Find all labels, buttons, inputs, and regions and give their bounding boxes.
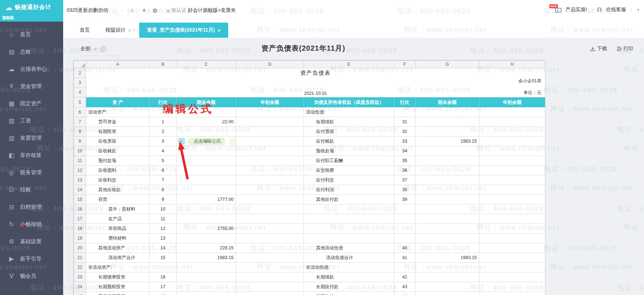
asset-end-balance-cell[interactable] xyxy=(177,166,236,175)
liability-name-cell[interactable] xyxy=(304,234,394,243)
asset-end-balance-cell[interactable] xyxy=(177,263,236,272)
asset-line-cell[interactable]: 8 xyxy=(150,185,177,195)
tab-首页[interactable]: 首页 xyxy=(72,23,98,38)
row-header-13[interactable]: 13 xyxy=(74,175,86,185)
asset-begin-balance-cell[interactable] xyxy=(236,263,304,272)
asset-begin-balance-cell[interactable] xyxy=(236,253,304,263)
asset-begin-balance-cell[interactable] xyxy=(236,127,304,137)
liability-name-cell[interactable]: 应付账款 xyxy=(304,137,394,146)
asset-name-cell[interactable]: 其中：原材料 xyxy=(86,204,150,214)
row-header-17[interactable]: 17 xyxy=(74,214,86,224)
asset-end-balance-cell[interactable] xyxy=(177,282,236,292)
liability-line-cell[interactable]: 41 xyxy=(394,253,415,263)
close-icon[interactable]: × xyxy=(128,28,131,33)
liability-name-cell[interactable]: 应付职工薪酬 xyxy=(304,156,394,166)
asset-name-cell[interactable]: 应收票据 xyxy=(86,137,150,146)
sidebar-item-member[interactable]: Ⅴ畅会员 xyxy=(0,267,63,285)
liability-end-balance-cell[interactable]: 1983.15 xyxy=(415,137,479,146)
liability-line-cell[interactable]: 35 xyxy=(394,156,415,166)
liability-end-balance-cell[interactable] xyxy=(415,127,479,137)
asset-line-cell[interactable]: 7 xyxy=(150,175,177,185)
asset-end-balance-cell[interactable] xyxy=(177,214,236,224)
asset-begin-balance-cell[interactable] xyxy=(236,195,304,204)
edit-formula-icon[interactable]: ✎ xyxy=(179,138,184,144)
liability-line-cell[interactable]: 38 xyxy=(394,185,415,195)
asset-begin-balance-cell[interactable] xyxy=(236,204,304,214)
asset-line-cell[interactable]: 15 xyxy=(150,253,177,263)
asset-begin-balance-cell[interactable] xyxy=(236,214,304,224)
liability-line-cell[interactable] xyxy=(394,263,415,272)
liability-begin-balance-cell[interactable] xyxy=(479,166,545,175)
liability-line-cell[interactable] xyxy=(394,224,415,234)
liability-begin-balance-cell[interactable] xyxy=(479,224,545,234)
asset-line-cell[interactable]: 16 xyxy=(150,272,177,282)
liability-begin-balance-cell[interactable] xyxy=(479,185,545,195)
liability-line-cell[interactable]: 36 xyxy=(394,166,415,175)
liability-name-cell[interactable]: 应付利润 xyxy=(304,185,394,195)
asset-begin-balance-cell[interactable] xyxy=(236,137,304,146)
column-header-A[interactable]: A xyxy=(86,61,150,68)
asset-end-balance-cell[interactable]: 1777.00 xyxy=(177,195,236,204)
liability-name-cell[interactable]: 非流动负债: xyxy=(304,263,394,272)
row-header-11[interactable]: 11 xyxy=(74,156,86,166)
liability-line-cell[interactable]: 31 xyxy=(394,117,415,127)
column-header-F[interactable]: F xyxy=(394,61,415,68)
liability-line-cell[interactable]: 37 xyxy=(394,175,415,185)
asset-line-cell[interactable]: 6 xyxy=(150,166,177,175)
asset-line-cell[interactable]: 9 xyxy=(150,195,177,204)
asset-name-cell[interactable]: 其他应收款 xyxy=(86,185,150,195)
liability-begin-balance-cell[interactable] xyxy=(479,156,545,166)
asset-end-balance-cell[interactable] xyxy=(177,204,236,214)
row-header-22[interactable]: 22 xyxy=(74,263,86,272)
row-header-21[interactable]: 21 xyxy=(74,253,86,263)
asset-end-balance-cell[interactable] xyxy=(177,185,236,195)
asset-line-cell[interactable]: 12 xyxy=(150,224,177,234)
column-header-C[interactable]: C xyxy=(177,61,236,68)
sidebar-item-invoice[interactable]: ▥发票管理 xyxy=(0,129,63,147)
asset-begin-balance-cell[interactable] xyxy=(236,185,304,195)
asset-end-balance-cell[interactable] xyxy=(177,272,236,282)
liability-name-cell[interactable]: 长期应付款 xyxy=(304,282,394,292)
liability-end-balance-cell[interactable] xyxy=(415,195,479,204)
asset-name-cell[interactable]: 固定资产原值 xyxy=(86,292,150,295)
liability-begin-balance-cell[interactable] xyxy=(479,117,545,127)
asset-end-balance-cell[interactable]: 228.15 xyxy=(177,243,236,253)
liability-line-cell[interactable] xyxy=(394,234,415,243)
liability-begin-balance-cell[interactable] xyxy=(479,137,545,146)
asset-name-cell[interactable]: 流动资产合计 xyxy=(86,253,150,263)
asset-line-cell[interactable] xyxy=(150,263,177,272)
add-account-icon[interactable]: + xyxy=(142,6,146,14)
asset-name-cell[interactable]: 货币资金 xyxy=(86,117,150,127)
asset-begin-balance-cell[interactable] xyxy=(236,107,304,117)
liability-end-balance-cell[interactable] xyxy=(415,224,479,234)
liability-end-balance-cell[interactable] xyxy=(415,156,479,166)
liability-begin-balance-cell[interactable] xyxy=(479,146,545,156)
liability-begin-balance-cell[interactable] xyxy=(479,243,545,253)
liability-end-balance-cell[interactable] xyxy=(415,166,479,175)
asset-name-cell[interactable]: 短期投资 xyxy=(86,127,150,137)
liability-line-cell[interactable]: 33 xyxy=(394,137,415,146)
row-header-18[interactable]: 18 xyxy=(74,224,86,234)
sidebar-item-archive[interactable]: ⊟归档管理 xyxy=(0,198,63,216)
liability-end-balance-cell[interactable] xyxy=(415,185,479,195)
liability-line-cell[interactable] xyxy=(394,107,415,117)
liability-end-balance-cell[interactable] xyxy=(415,263,479,272)
liability-begin-balance-cell[interactable] xyxy=(479,272,545,282)
row-header-24[interactable]: 24 xyxy=(74,282,86,292)
row-header-8[interactable]: 8 xyxy=(74,127,86,137)
asset-line-cell[interactable]: 10 xyxy=(150,204,177,214)
sidebar-item-home[interactable]: ⌂首页 xyxy=(0,26,63,43)
asset-begin-balance-cell[interactable] xyxy=(236,292,304,295)
asset-name-cell[interactable]: 应收利息 xyxy=(86,175,150,185)
sidebar-item-ledger[interactable]: ▤总账 xyxy=(0,43,63,60)
row-header-5[interactable]: 5 xyxy=(74,97,86,107)
gear-icon[interactable]: ⚙ xyxy=(152,7,158,14)
liability-begin-balance-cell[interactable] xyxy=(479,127,545,137)
sidebar-item-closing[interactable]: ☑结账 xyxy=(0,181,63,198)
column-header-B[interactable]: B xyxy=(150,61,177,68)
liability-line-cell[interactable]: 40 xyxy=(394,243,415,253)
online-support-link[interactable]: 在线客服 xyxy=(606,6,626,13)
column-header-H[interactable]: H xyxy=(479,61,545,68)
liability-begin-balance-cell[interactable] xyxy=(479,263,545,272)
row-header-12[interactable]: 12 xyxy=(74,166,86,175)
